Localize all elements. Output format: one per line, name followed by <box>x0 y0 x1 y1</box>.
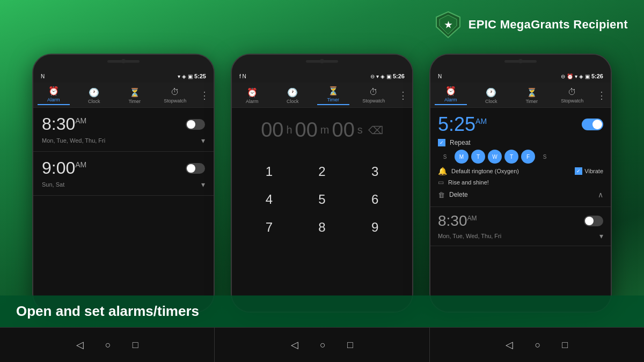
phone-2-status-bar: f N ⊖ ▾ ◈ ▣ 5:26 <box>232 70 412 83</box>
tab-timer-2-active[interactable]: ⏳ Timer <box>313 86 354 105</box>
bell-icon: 🔔 <box>438 167 447 175</box>
label-icon: ▭ <box>438 179 444 186</box>
tab-stopwatch-3[interactable]: ⏱ Stopwatch <box>552 87 593 104</box>
alarm-time-1: 8:30AM <box>42 114 86 134</box>
nav-back-1[interactable]: ◁ <box>76 339 84 351</box>
day-sat[interactable]: S <box>538 150 552 164</box>
tab-alarm-2[interactable]: ⏰ Alarm <box>232 87 273 104</box>
phone-2-stopwatch-label: Stopwatch <box>362 98 385 104</box>
status-left-icon: N <box>41 73 45 79</box>
nav-recent-1[interactable]: □ <box>133 339 138 351</box>
timer-seconds: 00 <box>332 119 355 142</box>
keypad-6[interactable]: 6 <box>348 186 401 213</box>
alarm-row-1: 8:30AM <box>42 114 205 134</box>
alarm-toggle-2[interactable] <box>186 163 205 174</box>
nav-back-3[interactable]: ◁ <box>506 339 513 351</box>
caption-bar: Open and set alarms/timers <box>0 295 644 327</box>
alarm-days-text-2: Sun, Sat <box>42 181 64 188</box>
trash-icon: 🗑 <box>438 191 445 199</box>
vibrate-checkbox[interactable]: ✓ <box>575 167 582 175</box>
svg-text:★: ★ <box>444 20 452 29</box>
tab-timer-3[interactable]: ⏳ Timer <box>511 87 552 104</box>
delete-left: 🗑 Delete <box>438 191 468 199</box>
alarm-detail-big-time: 5:25AM <box>438 113 487 136</box>
tab-stopwatch-2[interactable]: ⏱ Stopwatch <box>354 87 394 104</box>
keypad-7[interactable]: 7 <box>243 213 296 241</box>
phone-1-tab-bar: ⏰ Alarm 🕐 Clock ⏳ Timer ⏱ Stopwatch ⋮ <box>33 83 214 108</box>
keypad-8[interactable]: 8 <box>296 213 349 241</box>
phone-1: N ▾ ◈ ▣ 5:25 ⏰ Alarm 🕐 Clock ⏳ Timer <box>32 54 215 313</box>
tab-more-3[interactable]: ⋮ <box>592 90 611 101</box>
alarm-tab-label: Alarm <box>47 97 60 102</box>
second-alarm-expand[interactable]: ▾ <box>599 232 603 240</box>
phone-3-tab-bar: ⏰ Alarm 🕐 Clock ⏳ Timer ⏱ Stopwatch ⋮ <box>430 83 611 108</box>
nav-section-3: ◁ ○ □ <box>429 327 644 362</box>
tab-clock-3[interactable]: 🕐 Clock <box>471 87 512 104</box>
tab-more-1[interactable]: ⋮ <box>195 90 214 101</box>
nav-strip: ◁ ○ □ ◁ ○ □ ◁ ○ □ <box>0 327 644 362</box>
repeat-label: Repeat <box>450 139 471 146</box>
tab-more-2[interactable]: ⋮ <box>394 90 412 101</box>
timer-hours: 00 <box>261 119 283 142</box>
phone-1-screen: 8:30AM Mon, Tue, Wed, Thu, Fri ▾ 9:00AM … <box>33 108 214 312</box>
alarm-row-2: 9:00AM <box>42 158 205 178</box>
ringtone-text[interactable]: Default ringtone (Oxygen) <box>451 168 570 174</box>
day-mon[interactable]: M <box>455 150 469 164</box>
tab-stopwatch-1[interactable]: ⏱ Stopwatch <box>155 87 196 104</box>
stopwatch-tab-label: Stopwatch <box>164 98 186 104</box>
phone-1-status-bar: N ▾ ◈ ▣ 5:25 <box>33 70 214 83</box>
nav-home-1[interactable]: ○ <box>105 339 111 351</box>
keypad-9[interactable]: 9 <box>348 213 401 241</box>
phone-2-status-time: 5:26 <box>393 73 405 79</box>
day-wed[interactable]: W <box>488 150 502 164</box>
timer-hours-unit: h <box>286 124 292 136</box>
keypad-2[interactable]: 2 <box>296 158 349 186</box>
tab-clock-1[interactable]: 🕐 Clock <box>74 87 115 104</box>
phone-2-alarm-label: Alarm <box>246 99 259 104</box>
tab-alarm-1[interactable]: ⏰ Alarm <box>33 86 74 105</box>
keypad-1[interactable]: 1 <box>243 158 296 186</box>
phone-3-status-time: 5:26 <box>591 73 603 79</box>
repeat-row: ✓ Repeat <box>438 139 603 146</box>
day-thu[interactable]: T <box>504 150 518 164</box>
alarm-detail-toggle[interactable] <box>582 119 603 130</box>
clock-tab-label: Clock <box>88 99 100 104</box>
keypad-4[interactable]: 4 <box>243 186 296 213</box>
expand-icon-2[interactable]: ▾ <box>201 180 205 189</box>
alarm-tab-icon: ⏰ <box>48 86 59 96</box>
tab-alarm-3-active[interactable]: ⏰ Alarm <box>430 86 471 105</box>
tab-clock-2[interactable]: 🕐 Clock <box>273 87 313 104</box>
alarm-toggle-1[interactable] <box>186 119 205 130</box>
status-icons: ▾ ◈ ▣ 5:25 <box>178 73 206 79</box>
chevron-up-icon[interactable]: ∧ <box>598 190 603 199</box>
phone-3: N ⊖ ⏰ ▾ ◈ ▣ 5:26 ⏰ Alarm 🕐 Clock ⏳ <box>429 54 612 313</box>
phone-3-camera <box>518 59 523 63</box>
second-alarm-toggle[interactable] <box>584 216 603 226</box>
expand-icon-1[interactable]: ▾ <box>201 136 205 145</box>
keypad-5[interactable]: 5 <box>296 186 349 213</box>
timer-delete-icon[interactable]: ⌫ <box>368 124 383 137</box>
nav-home-3[interactable]: ○ <box>535 339 540 351</box>
alarm-detail-time-row: 5:25AM <box>438 113 603 136</box>
alarm-label-text[interactable]: Rise and shine! <box>448 179 489 186</box>
nav-back-2[interactable]: ◁ <box>291 339 298 351</box>
tab-underline <box>38 104 70 105</box>
alarm-days-text-1: Mon, Tue, Wed, Thu, Fri <box>42 137 105 144</box>
delete-text[interactable]: Delete <box>449 191 468 198</box>
day-sun[interactable]: S <box>438 150 452 164</box>
nav-home-2[interactable]: ○ <box>320 339 326 351</box>
keypad-3[interactable]: 3 <box>348 158 401 186</box>
camera-dot <box>121 59 126 63</box>
timer-minutes-unit: m <box>320 124 330 136</box>
repeat-checkbox[interactable]: ✓ <box>438 139 445 146</box>
clock-tab-icon: 🕐 <box>89 87 99 98</box>
day-fri[interactable]: F <box>521 150 535 164</box>
phone-2-tab-underline <box>317 104 349 105</box>
tab-timer-1[interactable]: ⏳ Timer <box>114 87 155 104</box>
day-tue[interactable]: T <box>471 150 485 164</box>
phone-2-tab-bar: ⏰ Alarm 🕐 Clock ⏳ Timer ⏱ Stopwatch ⋮ <box>232 83 412 108</box>
nav-recent-2[interactable]: □ <box>347 339 353 351</box>
nav-recent-3[interactable]: □ <box>562 339 568 351</box>
second-alarm-days-text: Mon, Tue, Wed, Thu, Fri <box>438 233 501 239</box>
vibrate-check: ✓ Vibrate <box>575 167 603 175</box>
